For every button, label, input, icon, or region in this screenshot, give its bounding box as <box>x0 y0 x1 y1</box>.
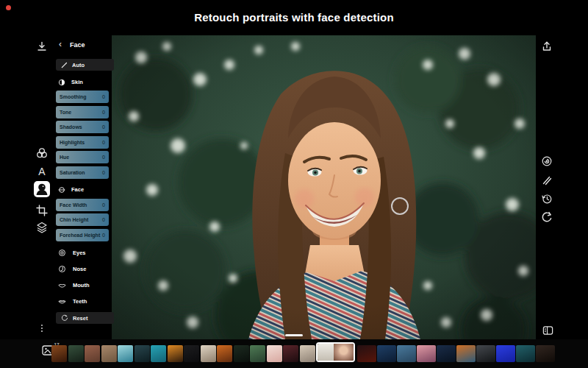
filmstrip-thumb[interactable] <box>234 345 249 362</box>
auto-wand-icon <box>61 62 68 68</box>
filmstrip-thumb[interactable] <box>456 345 476 362</box>
slider-hue[interactable]: Hue 0 <box>56 151 109 163</box>
nose-icon <box>57 264 67 274</box>
compare-icon[interactable] <box>540 174 553 187</box>
filmstrip-thumb[interactable] <box>101 345 117 362</box>
filmstrip-thumb[interactable] <box>283 345 298 362</box>
face-section-label: Face <box>71 186 84 193</box>
selected-thumb-right <box>334 344 354 361</box>
filmstrip-thumb[interactable] <box>217 345 232 362</box>
slider-value: 0 <box>102 202 105 208</box>
export-icon[interactable] <box>540 40 553 53</box>
feature-label: Eyes <box>73 250 86 256</box>
slider-chin-height[interactable]: Chin Height 0 <box>56 213 109 226</box>
filmstrip-thumb[interactable] <box>417 345 436 362</box>
color-adjust-icon[interactable] <box>35 146 49 160</box>
feature-nose[interactable]: Nose <box>56 263 110 274</box>
slider-value: 0 <box>102 110 105 115</box>
slider-value: 0 <box>102 170 105 175</box>
slider-face-width[interactable]: Face Width 0 <box>56 199 109 211</box>
app-window: Retouch portraits with face detection <box>0 0 588 368</box>
filmstrip-thumb[interactable] <box>536 345 555 362</box>
slider-forehead-height[interactable]: Forehead Height 0 <box>56 229 109 241</box>
history-icon[interactable] <box>540 192 553 205</box>
feature-eyes[interactable]: Eyes <box>56 247 110 258</box>
feature-label: Mouth <box>73 282 90 289</box>
filmstrip-thumb[interactable] <box>267 345 282 362</box>
filmstrip-thumb[interactable] <box>496 345 515 362</box>
filmstrip-thumb[interactable] <box>151 345 166 362</box>
page-title: Retouch portraits with face detection <box>0 11 588 24</box>
slider-value: 0 <box>102 140 105 145</box>
download-icon[interactable] <box>35 40 49 53</box>
filmstrip-thumb[interactable] <box>397 345 416 362</box>
slider-label: Forehead Height <box>60 233 100 238</box>
panel-title: Face <box>70 41 85 49</box>
filmstrip-thumb[interactable] <box>51 345 67 362</box>
panel-header: ‹ Face <box>56 40 109 51</box>
photo-canvas[interactable] <box>112 35 536 339</box>
feature-label: Teeth <box>73 298 87 305</box>
face-tool-icon <box>34 181 50 197</box>
slider-shadows[interactable]: Shadows 0 <box>56 121 109 133</box>
filmstrip-thumb[interactable] <box>168 345 183 362</box>
filmstrip-thumb[interactable] <box>476 345 495 362</box>
slider-smoothing[interactable]: Smoothing 0 <box>56 91 109 103</box>
reset-icon <box>61 314 68 322</box>
face-section-icon <box>57 185 66 194</box>
eyes-icon <box>57 248 67 258</box>
layers-tool-icon[interactable] <box>35 221 49 234</box>
slider-label: Face Width <box>60 202 87 208</box>
skin-section-label: Skin <box>71 79 83 85</box>
filmstrip-thumb[interactable] <box>516 345 535 362</box>
mouth-icon <box>57 280 67 290</box>
aperture-icon[interactable] <box>540 155 553 168</box>
slider-saturation[interactable]: Saturation 0 <box>56 166 109 179</box>
reset-label: Reset <box>73 315 87 322</box>
filmstrip-thumb[interactable] <box>437 345 456 362</box>
filmstrip-thumb[interactable] <box>184 345 199 362</box>
filmstrip-drag-handle[interactable] <box>285 334 303 336</box>
filmstrip-thumb[interactable] <box>201 345 216 362</box>
text-tool-icon[interactable]: A <box>35 165 49 178</box>
selected-thumb-left <box>318 344 334 361</box>
slider-highlights[interactable]: Highlights 0 <box>56 136 109 149</box>
feature-teeth[interactable]: Teeth <box>56 296 110 306</box>
crop-tool-icon[interactable] <box>35 204 49 217</box>
teeth-icon <box>57 297 67 306</box>
slider-value: 0 <box>102 155 105 160</box>
skin-icon <box>57 78 66 87</box>
portrait-photo <box>112 35 536 339</box>
skin-section-header: Skin <box>56 77 110 87</box>
filmstrip-thumb[interactable] <box>118 345 133 362</box>
feature-mouth[interactable]: Mouth <box>56 280 110 290</box>
selected-filmstrip-thumb[interactable] <box>316 342 355 362</box>
slider-tone[interactable]: Tone 0 <box>56 106 109 118</box>
face-section-header: Face <box>56 185 110 194</box>
feature-label: Nose <box>73 266 86 272</box>
window-close-button[interactable] <box>6 5 11 10</box>
auto-label: Auto <box>72 62 85 68</box>
slider-label: Shadows <box>60 124 82 130</box>
back-button[interactable]: ‹ <box>59 39 62 49</box>
filmstrip-thumb[interactable] <box>300 345 315 362</box>
svg-text:A: A <box>38 166 46 177</box>
reset-button[interactable]: Reset <box>56 312 114 324</box>
filmstrip-thumb[interactable] <box>85 345 100 362</box>
more-options-icon[interactable] <box>41 323 43 333</box>
face-tool-button[interactable] <box>34 181 50 197</box>
filmstrip-thumb[interactable] <box>250 345 265 362</box>
browser-toggle-icon[interactable] <box>542 325 554 336</box>
slider-value: 0 <box>102 94 105 99</box>
slider-value: 0 <box>102 233 105 238</box>
undo-icon[interactable] <box>540 210 553 224</box>
slider-label: Hue <box>60 155 69 160</box>
filmstrip-thumb[interactable] <box>357 345 376 362</box>
filmstrip-thumb[interactable] <box>68 345 84 362</box>
slider-label: Tone <box>60 110 71 115</box>
auto-button[interactable]: Auto <box>56 59 114 71</box>
slider-label: Chin Height <box>60 217 88 222</box>
slider-value: 0 <box>102 124 105 130</box>
filmstrip-thumb[interactable] <box>377 345 396 362</box>
filmstrip-thumb[interactable] <box>135 345 150 362</box>
